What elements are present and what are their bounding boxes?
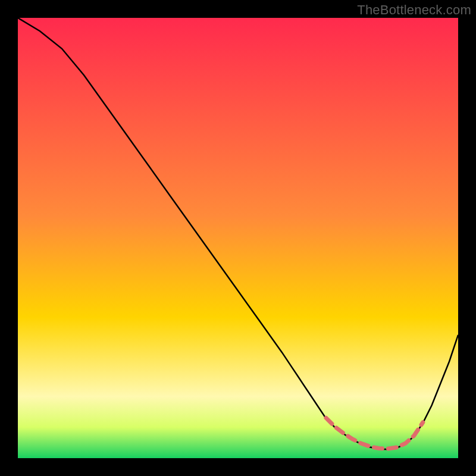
bottleneck-chart (18, 18, 458, 458)
chart-frame: TheBottleneck.com (0, 0, 476, 476)
gradient-background (18, 18, 458, 458)
watermark-label: TheBottleneck.com (357, 2, 471, 18)
